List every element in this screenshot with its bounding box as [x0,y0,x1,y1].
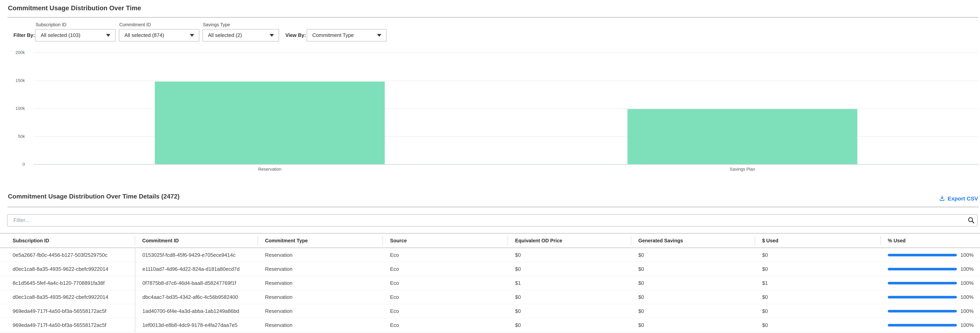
y-axis-tick-label: 0 [0,162,25,167]
usage-progress-bar [888,296,957,298]
cell-used-dollars: $0 [755,318,881,332]
x-axis-category-label: Reservation [210,167,329,172]
cell-generated-savings: $0 [631,304,755,318]
y-axis-tick-label: 50k [0,134,25,139]
cell-used-dollars: $0 [755,248,881,262]
bar-savings-plan[interactable] [627,109,858,164]
cell-equivalent-od-price: $0 [508,304,631,318]
cell-commitment-id: 0153025f-fcd8-45f6-9429-e705ece9414c [135,248,258,262]
savings-type-dropdown[interactable]: All selected (2) [202,29,279,41]
cell-equivalent-od-price: $1 [508,276,631,290]
gridline [33,81,978,81]
cell-source: Eco [383,276,508,290]
export-csv-label: Export CSV [948,196,978,202]
cell-generated-savings: $0 [631,248,755,262]
usage-percent-label: 100% [961,280,974,286]
dropdown-value: All selected (2) [208,32,242,38]
filter-label-commitment-id: Commitment ID [119,22,151,27]
column-header--used[interactable]: $ Used [755,233,881,248]
column-header-source[interactable]: Source [383,233,508,248]
cell-generated-savings: $0 [631,276,755,290]
cell-commitment-type: Reservation [258,248,383,262]
dropdown-value: All selected (103) [41,32,80,38]
y-axis-tick-label: 200k [0,50,25,55]
cell-used-percent: 100% [881,318,980,332]
gridline [33,53,978,53]
cell-commitment-type: Reservation [258,290,383,304]
cell-commitment-id: dbc4aac7-bd35-4342-af6c-4c56b9582400 [135,290,258,304]
cell-equivalent-od-price: $0 [508,290,631,304]
commitment-id-dropdown[interactable]: All selected (874) [119,29,199,41]
cell-subscription-id: 0e5a2667-fb0c-4456-b127-503f2529750c [0,248,135,262]
chevron-down-icon [270,34,274,37]
x-axis-category-label: Savings Plan [683,167,802,172]
cell-used-percent: 100% [881,304,980,318]
cell-source: Eco [383,304,508,318]
cell-used-dollars: $0 [755,290,881,304]
cell-generated-savings: $0 [631,290,755,304]
cell-commitment-id: 1ef0013d-e8b8-4dc9-9178-e4fa27daa7e5 [135,318,258,332]
cell-commitment-type: Reservation [258,304,383,318]
filter-label-savings-type: Savings Type [203,22,230,27]
cell-generated-savings: $0 [631,318,755,332]
cell-used-percent: 100% [881,248,980,262]
cell-generated-savings: $0 [631,262,755,276]
usage-progress-bar [888,268,957,270]
column-header--used[interactable]: % Used [881,233,980,248]
cell-equivalent-od-price: $0 [508,248,631,262]
view-by-dropdown[interactable]: Commitment Type [307,29,387,41]
cell-commitment-type: Reservation [258,262,383,276]
cell-commitment-id: 1ad40700-6f4e-4a3d-abba-1ab1249a86bd [135,304,258,318]
section-divider [8,207,978,207]
chevron-down-icon [106,34,110,37]
usage-percent-label: 100% [961,252,974,258]
subscription-id-dropdown[interactable]: All selected (103) [35,29,116,41]
cell-commitment-id: 0f7875b8-d7c6-46d4-baa8-d58247769f1f [135,276,258,290]
table-row: 969eda49-717f-4a50-bf3a-56558172ac5f1ef0… [0,318,980,332]
cell-used-dollars: $0 [755,262,881,276]
usage-progress-bar [888,254,957,257]
usage-progress-bar [888,310,957,312]
usage-progress-bar [888,282,957,284]
details-title: Commitment Usage Distribution Over Time … [8,193,180,200]
usage-percent-label: 100% [961,266,974,272]
cell-source: Eco [383,248,508,262]
column-header-commitment-id[interactable]: Commitment ID [135,233,258,248]
x-axis-line [33,164,978,165]
column-header-generated-savings[interactable]: Generated Savings [631,233,755,248]
usage-percent-label: 100% [961,308,974,314]
table-header-row: Subscription IDCommitment IDCommitment T… [0,233,980,248]
cell-source: Eco [383,318,508,332]
table-filter-input[interactable] [7,214,978,226]
export-csv-button[interactable]: Export CSV [939,195,978,202]
chevron-down-icon [377,34,381,37]
cell-source: Eco [383,262,508,276]
table-row: d0ec1ca8-8a35-4935-9622-cbefc9922014e111… [0,262,980,276]
cell-commitment-type: Reservation [258,318,383,332]
dropdown-value: All selected (874) [124,32,164,38]
bar-reservation[interactable] [155,81,385,164]
cell-source: Eco [383,290,508,304]
section-divider [8,17,978,18]
cell-equivalent-od-price: $0 [508,318,631,332]
table-row: 8c1d5645-5fef-4a4c-b120-7708891fa38f0f78… [0,276,980,290]
usage-percent-label: 100% [961,322,974,328]
cell-subscription-id: 8c1d5645-5fef-4a4c-b120-7708891fa38f [0,276,135,290]
column-header-subscription-id[interactable]: Subscription ID [0,233,135,248]
search-icon [967,217,975,225]
details-table: Subscription IDCommitment IDCommitment T… [0,233,980,332]
cell-subscription-id: 969eda49-717f-4a50-bf3a-56558172ac5f [0,304,135,318]
table-row: 969eda49-717f-4a50-bf3a-56558172ac5f1ad4… [0,304,980,318]
filter-by-label: Filter By: [13,32,35,38]
y-axis-tick-label: 150k [0,78,25,83]
table-row: 0e5a2667-fb0c-4456-b127-503f2529750c0153… [0,248,980,262]
cell-commitment-id: e1110ad7-4d96-4d22-824a-d181a80ecd7d [135,262,258,276]
cell-commitment-type: Reservation [258,276,383,290]
filter-section-divider [0,51,980,51]
view-by-label: View By: [285,32,306,38]
cell-subscription-id: d0ec1ca8-8a35-4935-9622-cbefc9922014 [0,262,135,276]
column-header-commitment-type[interactable]: Commitment Type [258,233,383,248]
filter-label-subscription-id: Subscription ID [35,22,66,27]
column-header-equivalent-od-price[interactable]: Equivalent OD Price [508,233,631,248]
download-icon [939,195,945,202]
